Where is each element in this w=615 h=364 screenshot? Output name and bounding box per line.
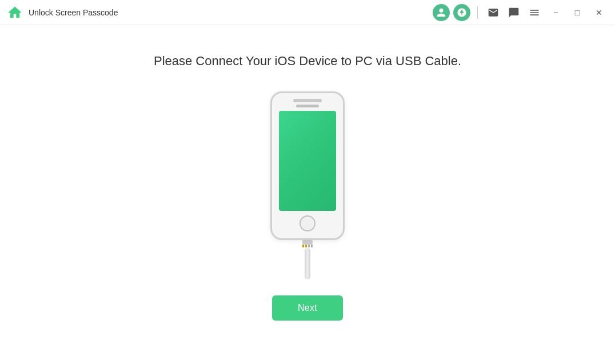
menu-icon[interactable] <box>526 4 543 21</box>
upgrade-icon[interactable] <box>453 4 470 21</box>
usb-pin-1 <box>302 245 304 247</box>
next-button[interactable]: Next <box>272 295 343 321</box>
maximize-button[interactable]: □ <box>568 3 586 22</box>
chat-icon[interactable] <box>505 4 522 21</box>
usb-cable <box>302 240 313 279</box>
user-account-icon[interactable] <box>433 4 450 21</box>
usb-wire <box>305 248 310 279</box>
usb-pin-2 <box>305 245 307 247</box>
title-bar-right: − □ ✕ <box>433 3 608 22</box>
usb-pins <box>302 245 313 247</box>
phone-illustration <box>270 91 345 279</box>
mail-icon[interactable] <box>485 4 502 21</box>
home-icon[interactable] <box>7 5 23 21</box>
title-bar-left: Unlock Screen Passcode <box>7 5 433 21</box>
title-bar: Unlock Screen Passcode <box>0 0 615 25</box>
app-title: Unlock Screen Passcode <box>29 8 118 17</box>
usb-pin-4 <box>311 245 313 247</box>
usb-connector <box>302 240 313 245</box>
main-content: Please Connect Your iOS Device to PC via… <box>0 25 615 364</box>
toolbar-divider <box>477 6 478 19</box>
phone-device <box>270 91 345 240</box>
minimize-button[interactable]: − <box>546 3 565 22</box>
phone-home-button <box>299 215 316 231</box>
instruction-text: Please Connect Your iOS Device to PC via… <box>154 54 461 69</box>
phone-top-bar <box>293 99 322 102</box>
phone-screen <box>279 111 336 211</box>
phone-speaker <box>296 105 319 107</box>
close-button[interactable]: ✕ <box>590 3 608 22</box>
usb-pin-3 <box>308 245 310 247</box>
